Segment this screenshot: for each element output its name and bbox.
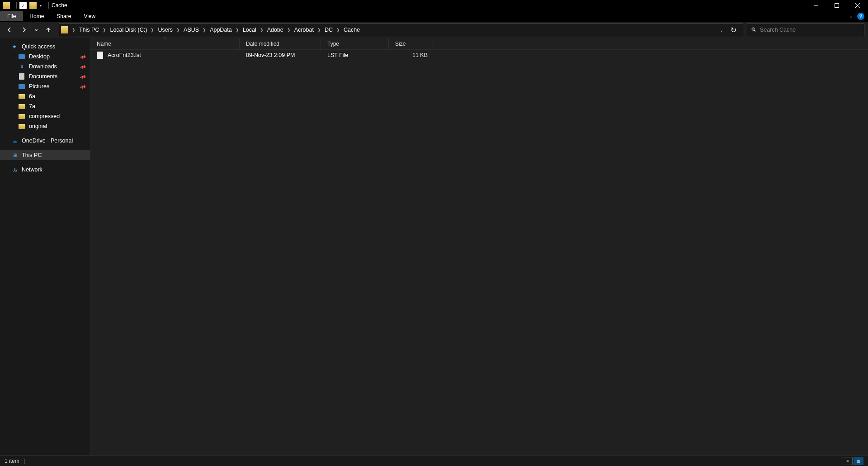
sidebar-item-label: compressed	[29, 113, 60, 119]
sidebar-item-pictures[interactable]: Pictures 📌	[0, 81, 90, 91]
breadcrumb-segment[interactable]: DC	[322, 27, 335, 33]
tab-share[interactable]: Share	[50, 11, 77, 21]
sidebar-item-label: Documents	[29, 73, 57, 80]
sidebar-item-label: 7a	[29, 103, 35, 109]
title-divider	[16, 2, 17, 9]
qat-properties-icon[interactable]: ✓	[19, 2, 27, 9]
breadcrumb-segment[interactable]: Cache	[341, 27, 363, 33]
sidebar-item-label: Downloads	[29, 63, 57, 70]
title-divider-2	[48, 2, 49, 9]
chevron-right-icon[interactable]: ❯	[316, 28, 322, 32]
sidebar-item-folder[interactable]: original	[0, 121, 90, 131]
pin-icon: 📌	[79, 53, 86, 60]
chevron-right-icon[interactable]: ❯	[102, 28, 107, 32]
breadcrumb-segment[interactable]: Acrobat	[292, 27, 316, 33]
up-button[interactable]	[42, 24, 55, 36]
close-button[interactable]	[847, 0, 868, 11]
pin-icon: 📌	[79, 73, 86, 80]
sidebar-item-label: This PC	[22, 152, 42, 158]
sidebar-item-onedrive[interactable]: ☁ OneDrive - Personal	[0, 136, 90, 146]
tab-home[interactable]: Home	[23, 11, 50, 21]
column-header-label: Date modified	[246, 41, 279, 47]
file-row[interactable]: AcroFnt23.lst 09-Nov-23 2:09 PM LST File…	[90, 50, 868, 61]
star-icon: ★	[11, 43, 18, 50]
breadcrumb-segment[interactable]: Users	[155, 27, 175, 33]
sidebar-item-folder[interactable]: 6a	[0, 91, 90, 101]
app-folder-icon	[3, 2, 10, 9]
search-icon: 🔍︎	[751, 27, 756, 33]
tab-file[interactable]: File	[0, 11, 23, 21]
navigation-bar: ❯ This PC ❯ Local Disk (C:) ❯ Users ❯ AS…	[0, 22, 868, 38]
back-button[interactable]	[3, 24, 16, 36]
chevron-right-icon[interactable]: ❯	[259, 28, 264, 32]
column-header-label: Type	[327, 41, 339, 47]
sidebar-item-network[interactable]: 🖧 Network	[0, 165, 90, 175]
chevron-right-icon[interactable]: ❯	[335, 28, 341, 32]
chevron-right-icon[interactable]: ❯	[202, 28, 207, 32]
downloads-icon: ⬇	[18, 63, 25, 70]
help-icon[interactable]: ?	[857, 13, 864, 20]
tab-view[interactable]: View	[77, 11, 102, 21]
title-bar: ✓ ▾ Cache	[0, 0, 868, 11]
breadcrumb-segment[interactable]: ASUS	[181, 27, 202, 33]
chevron-right-icon[interactable]: ❯	[286, 28, 292, 32]
maximize-button[interactable]	[826, 0, 847, 11]
breadcrumb: ❯ This PC ❯ Local Disk (C:) ❯ Users ❯ AS…	[71, 27, 716, 33]
sidebar-item-this-pc[interactable]: 🖥 This PC	[0, 150, 90, 160]
breadcrumb-segment[interactable]: AppData	[207, 27, 235, 33]
file-rows: AcroFnt23.lst 09-Nov-23 2:09 PM LST File…	[90, 50, 868, 455]
search-input[interactable]	[760, 27, 860, 33]
chevron-right-icon[interactable]: ❯	[175, 28, 181, 32]
sidebar-item-label: 6a	[29, 93, 35, 100]
cloud-icon: ☁	[11, 137, 18, 144]
minimize-button[interactable]	[806, 0, 826, 11]
search-box[interactable]: 🔍︎	[747, 24, 864, 36]
column-header-name[interactable]: Name ⌃	[90, 38, 240, 49]
file-type: LST File	[321, 52, 389, 58]
chevron-right-icon[interactable]: ❯	[150, 28, 155, 32]
column-header-type[interactable]: Type	[321, 38, 389, 49]
network-icon: 🖧	[11, 166, 18, 173]
sidebar-item-label: Desktop	[29, 53, 50, 60]
sidebar-item-desktop[interactable]: Desktop 📌	[0, 52, 90, 62]
folder-icon	[19, 104, 25, 109]
qat-customize-dropdown[interactable]: ▾	[38, 4, 43, 8]
pictures-icon	[19, 84, 25, 89]
sidebar-item-folder[interactable]: compressed	[0, 111, 90, 121]
view-large-icons-button[interactable]: ▦	[854, 457, 863, 465]
main-area: ★ Quick access Desktop 📌 ⬇ Downloads 📌 D…	[0, 38, 868, 455]
breadcrumb-segment[interactable]: Local	[240, 27, 259, 33]
folder-icon	[19, 114, 25, 119]
column-header-label: Size	[395, 41, 406, 47]
breadcrumb-segment[interactable]: This PC	[76, 27, 102, 33]
sidebar-item-documents[interactable]: Documents 📌	[0, 71, 90, 81]
forward-button[interactable]	[17, 24, 31, 36]
column-header-size[interactable]: Size	[389, 38, 434, 49]
sidebar-item-quick-access[interactable]: ★ Quick access	[0, 42, 90, 52]
status-item-count: 1 item	[5, 458, 19, 464]
column-headers: Name ⌃ Date modified Type Size	[90, 38, 868, 50]
breadcrumb-segment[interactable]: Adobe	[264, 27, 286, 33]
column-header-modified[interactable]: Date modified	[240, 38, 321, 49]
chevron-right-icon[interactable]: ❯	[71, 28, 76, 32]
view-details-button[interactable]: ≡	[843, 457, 853, 465]
pin-icon: 📌	[79, 63, 86, 70]
file-size: 11 KB	[389, 52, 434, 58]
file-modified: 09-Nov-23 2:09 PM	[240, 52, 321, 58]
address-bar[interactable]: ❯ This PC ❯ Local Disk (C:) ❯ Users ❯ AS…	[59, 24, 743, 36]
svg-rect-1	[835, 4, 839, 8]
history-dropdown[interactable]	[32, 24, 41, 36]
ribbon-collapse-icon[interactable]: ⌄	[849, 14, 853, 19]
sidebar-item-label: original	[29, 123, 47, 129]
file-list-area: Name ⌃ Date modified Type Size AcroFnt23…	[90, 38, 868, 455]
address-folder-icon	[61, 26, 68, 33]
chevron-right-icon[interactable]: ❯	[235, 28, 240, 32]
breadcrumb-segment[interactable]: Local Disk (C:)	[107, 27, 150, 33]
sidebar-item-label: Pictures	[29, 83, 49, 90]
sidebar-item-folder[interactable]: 7a	[0, 101, 90, 111]
address-history-dropdown[interactable]: ⌄	[718, 26, 725, 34]
ribbon-tabs: File Home Share View ⌄ ?	[0, 11, 868, 22]
refresh-button[interactable]: ↻	[728, 24, 739, 36]
qat-new-folder-icon[interactable]	[29, 2, 37, 9]
sidebar-item-downloads[interactable]: ⬇ Downloads 📌	[0, 62, 90, 71]
